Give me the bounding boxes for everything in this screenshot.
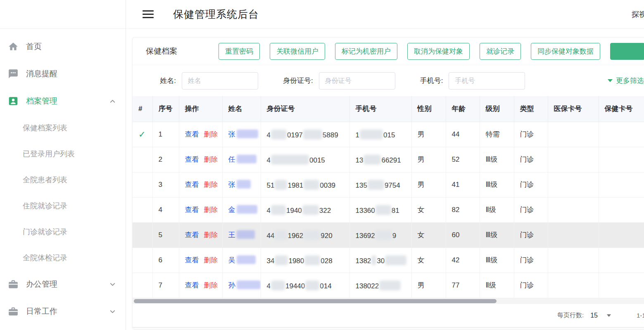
redacted-blur: [302, 205, 319, 215]
name-filter-input[interactable]: [182, 72, 258, 90]
horizontal-scrollbar[interactable]: [133, 298, 644, 304]
age-cell: 41: [446, 172, 480, 197]
view-link[interactable]: 查看: [185, 206, 199, 214]
phone-filter: 手机号:: [420, 72, 525, 90]
records-table: #序号操作姓名身份证号手机号性别年龄级别类型医保卡号保健卡号 ✓1查看删除张40…: [133, 96, 644, 298]
view-link[interactable]: 查看: [185, 130, 199, 138]
sidebar-subitem-checkup-records[interactable]: 全院体检记录: [0, 245, 126, 271]
sidebar-item-archives[interactable]: 档案管理: [0, 87, 126, 115]
column-header-1: 序号: [152, 96, 179, 122]
view-link[interactable]: 查看: [185, 181, 199, 189]
rows-per-page-caret-icon[interactable]: [607, 314, 611, 317]
delete-link[interactable]: 删除: [204, 181, 218, 189]
redacted-blur: [304, 180, 319, 190]
table-row[interactable]: 5查看删除王441962920136929女60Ⅲ级门诊: [133, 222, 644, 248]
delete-link[interactable]: 删除: [204, 206, 218, 214]
redacted-name-blur: [237, 155, 257, 163]
name-link[interactable]: 金: [228, 206, 257, 214]
view-link[interactable]: 查看: [185, 256, 199, 264]
id-number-filter-input[interactable]: [319, 72, 395, 90]
delete-link[interactable]: 删除: [204, 281, 218, 289]
content-card: 保健档案 重置密码关联微信用户标记为机密用户取消为保健对象就诊记录同步保健对象数…: [132, 37, 644, 329]
name-link[interactable]: 张: [228, 181, 251, 189]
delete-link[interactable]: 删除: [204, 156, 218, 163]
phone-cell: 138022: [349, 273, 411, 298]
actions-cell: 查看删除: [179, 147, 222, 172]
column-header-10: 医保卡号: [548, 96, 599, 122]
medicare-card-cell: [548, 248, 599, 273]
more-filters-link[interactable]: 更多筛选: [608, 76, 644, 85]
table-row[interactable]: 6查看删除吴341980028138230女42Ⅲ级门诊: [133, 248, 644, 273]
phone-cell: 136929: [349, 222, 411, 248]
visit-records-button[interactable]: 就诊记录: [480, 43, 521, 60]
redacted-name-blur: [237, 255, 256, 264]
toolbar: 保健档案 重置密码关联微信用户标记为机密用户取消为保健对象就诊记录同步保健对象数…: [133, 38, 644, 65]
sidebar-subitem-all-patients[interactable]: 全院患者列表: [0, 167, 126, 193]
redacted-name-blur: [237, 205, 257, 214]
view-link[interactable]: 查看: [185, 231, 199, 239]
phone-cell: 1359754: [349, 172, 411, 197]
topbar-right-link[interactable]: 探视: [632, 0, 644, 29]
name-filter: 姓名:: [155, 72, 258, 90]
delete-link[interactable]: 删除: [204, 231, 218, 239]
hamburger-menu-icon[interactable]: [143, 8, 154, 20]
name-link[interactable]: 王: [228, 231, 255, 239]
sidebar-subitem-label: 全院体检记录: [23, 253, 67, 263]
level-cell: Ⅲ级: [480, 248, 514, 273]
medicare-card-cell: [548, 222, 599, 248]
table-row[interactable]: ✓1查看删除张4019758891015男44特需门诊: [133, 122, 644, 147]
redacted-blur: [304, 230, 320, 240]
redacted-name-blur: [237, 230, 255, 239]
seq-cell: 7: [152, 273, 179, 298]
rows-per-page-value[interactable]: 15: [590, 312, 598, 319]
health-card-cell: [599, 222, 644, 248]
link-wechat-user-button[interactable]: 关联微信用户: [270, 43, 325, 60]
reset-password-button[interactable]: 重置密码: [219, 43, 260, 60]
sidebar-item-home[interactable]: 首页: [0, 33, 126, 60]
toolbar-extra-button[interactable]: [610, 43, 644, 60]
scrollbar-thumb[interactable]: [134, 299, 497, 303]
account-icon: [7, 95, 19, 107]
sidebar-subitem-logged-in-users[interactable]: 已登录用户列表: [0, 141, 126, 167]
column-header-4: 身份证号: [261, 96, 349, 122]
sidebar-item-daily-work[interactable]: 日常工作: [0, 298, 126, 325]
sync-healthcare-data-button[interactable]: 同步保健对象数据: [531, 43, 600, 60]
name-link[interactable]: 张: [228, 130, 258, 138]
sidebar-subitem-outpatient-records[interactable]: 门诊就诊记录: [0, 219, 126, 245]
redacted-name-blur: [237, 130, 258, 138]
column-header-2: 操作: [179, 96, 222, 122]
mark-confidential-button[interactable]: 标记为机密用户: [335, 43, 397, 60]
sidebar-subitem-inpatient-records[interactable]: 住院就诊记录: [0, 193, 126, 219]
view-link[interactable]: 查看: [185, 281, 199, 289]
column-header-5: 手机号: [349, 96, 411, 122]
sidebar-item-office[interactable]: 办公管理: [0, 271, 126, 298]
row-select-cell: ✓: [133, 122, 152, 147]
view-link[interactable]: 查看: [185, 156, 199, 163]
sidebar-subitem-archive-list[interactable]: 保健档案列表: [0, 115, 126, 141]
phone-cell: 138230: [349, 248, 411, 273]
table-row[interactable]: 4查看删除金419403221336081女82Ⅱ级门诊: [133, 197, 644, 222]
table-row[interactable]: 7查看删除孙419440014138022男77Ⅱ级门诊: [133, 273, 644, 298]
page-title: 保健档案: [146, 46, 177, 57]
table-row[interactable]: 2查看删除任400151366291男52Ⅲ级门诊: [133, 147, 644, 172]
delete-link[interactable]: 删除: [204, 130, 218, 138]
column-header-6: 性别: [411, 96, 446, 122]
sidebar-subitem-label: 全院患者列表: [23, 175, 67, 185]
sidebar-menu: 首页消息提醒档案管理保健档案列表已登录用户列表全院患者列表住院就诊记录门诊就诊记…: [0, 29, 126, 325]
age-cell: 42: [446, 248, 480, 273]
phone-filter-input[interactable]: [449, 72, 525, 90]
seq-cell: 1: [152, 122, 179, 147]
health-card-cell: [599, 172, 644, 197]
sidebar-item-messages[interactable]: 消息提醒: [0, 60, 126, 87]
name-link[interactable]: 孙: [228, 281, 261, 289]
cancel-healthcare-target-button[interactable]: 取消为保健对象: [407, 43, 470, 60]
sidebar-item-label: 消息提醒: [26, 68, 57, 79]
table-row[interactable]: 3查看删除张51198100391359754男41Ⅲ级门诊: [133, 172, 644, 197]
delete-link[interactable]: 删除: [204, 256, 218, 264]
name-link[interactable]: 吴: [228, 256, 256, 264]
name-link[interactable]: 任: [228, 156, 257, 163]
age-cell: 77: [446, 273, 480, 298]
name-cell: 吴: [222, 248, 261, 273]
medicare-card-cell: [548, 197, 599, 222]
rows-per-page-label: 每页行数:: [557, 311, 584, 319]
